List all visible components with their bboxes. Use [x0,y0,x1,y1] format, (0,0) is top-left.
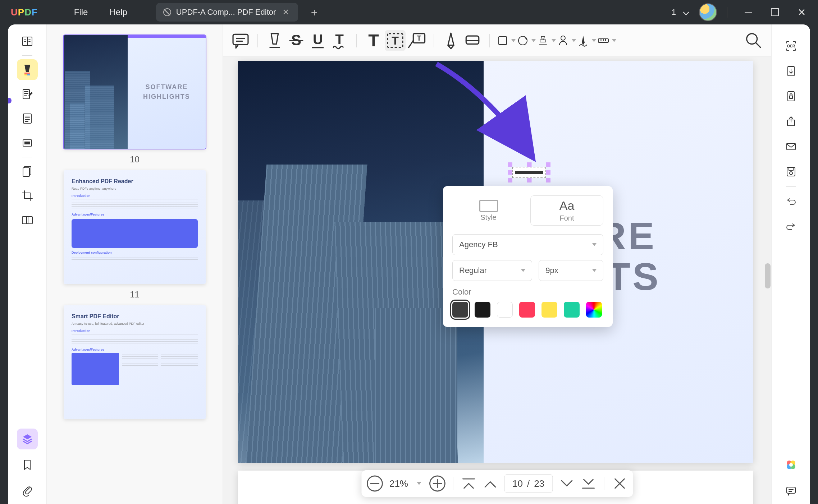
zoom-in-button[interactable] [427,473,448,494]
color-picker-button[interactable] [586,302,602,318]
svg-rect-4 [23,89,29,99]
sticker-tool[interactable] [516,34,536,47]
edit-pdf-tool[interactable] [17,84,38,105]
resize-handle[interactable] [527,178,531,182]
chevron-down-icon [572,39,576,42]
share-tool[interactable] [781,111,801,132]
font-size-select[interactable]: 9px [539,260,603,281]
thumb-section: Deployment configuration [72,251,198,254]
callout-tool[interactable]: T [406,30,427,51]
attachment-tool[interactable] [17,480,38,501]
comment-tool[interactable] [230,30,251,51]
save-tool[interactable] [781,161,801,182]
page-tools[interactable] [17,161,38,182]
thumbnail-panel[interactable]: SOFTWAREHIGHLIGHTS 10 Enhanced PDF Reade… [47,24,223,504]
left-tool-rail [8,24,47,504]
app-logo: UPDF [0,7,49,18]
highlight-tool[interactable] [264,30,285,51]
zoom-out-button[interactable] [364,473,385,494]
redo-button[interactable] [781,216,801,237]
resize-handle[interactable] [546,162,550,167]
pencil-tool[interactable] [440,30,461,51]
new-tab-button[interactable]: ＋ [298,5,330,20]
color-swatch[interactable] [519,302,535,318]
ocr-tool[interactable]: OCR [781,36,801,56]
convert-tool[interactable] [781,61,801,82]
undo-button[interactable] [781,191,801,212]
page-canvas[interactable]: TWARE LIGHTS [223,57,771,504]
notification-count[interactable]: 1 [669,8,679,17]
user-avatar[interactable] [699,3,717,21]
separator [786,31,796,31]
thumb-section: Advantages/Features [72,213,198,216]
resize-handle[interactable] [546,178,550,182]
window-minimize-button[interactable] [737,3,759,21]
eraser-tool[interactable] [462,30,483,51]
resize-handle[interactable] [527,162,531,167]
highlighter-tool[interactable] [17,59,38,80]
sign-tool[interactable] [577,34,596,47]
color-swatch[interactable] [497,302,513,318]
underline-tool[interactable]: U [307,30,328,51]
text-tool[interactable]: T [363,30,384,51]
window-maximize-button[interactable] [764,3,786,21]
measure-tool[interactable] [597,34,616,47]
font-popover: Style Aa Font Agency FB Regular [443,186,613,327]
close-footer-button[interactable] [609,473,630,494]
popover-tab-font[interactable]: Aa Font [530,195,603,226]
thumbnail-item[interactable]: Enhanced PDF Reader Read PDFs anytime, a… [64,170,206,300]
zoom-level-dropdown[interactable]: 21% [386,478,426,489]
resize-handle[interactable] [546,170,550,175]
resize-handle[interactable] [508,162,512,167]
resize-handle[interactable] [508,170,512,175]
document-tab[interactable]: UPDF-A Comp... PDF Editor ✕ [156,3,298,22]
layers-tool[interactable] [17,429,38,449]
redact-tool[interactable] [17,133,38,153]
ai-assistant-button[interactable] [781,454,801,475]
color-swatch[interactable] [475,302,490,318]
color-swatch[interactable] [564,302,580,318]
first-page-button[interactable] [458,473,479,494]
prev-page-button[interactable] [480,473,501,494]
page-input[interactable]: 10 / 23 [504,474,553,493]
close-tab-icon[interactable]: ✕ [281,7,291,17]
crop-tool[interactable] [17,185,38,206]
bookmark-tool[interactable] [17,454,38,475]
textbox-tool[interactable]: T [385,30,406,51]
protect-tool[interactable] [781,86,801,107]
thumb-section: Introduction [72,329,198,333]
squiggly-tool[interactable]: T [329,30,350,51]
shape-tool[interactable] [496,34,516,47]
menu-help[interactable]: Help [99,7,138,17]
color-swatch[interactable] [452,302,468,318]
stamp-tool[interactable] [536,34,556,47]
svg-text:T: T [368,31,379,50]
compare-tool[interactable] [17,210,38,231]
thumbnail-item[interactable]: SOFTWAREHIGHLIGHTS 10 [64,35,206,165]
strikethrough-tool[interactable]: S [286,30,307,51]
popover-tab-style[interactable]: Style [452,195,525,226]
menu-file[interactable]: File [63,7,99,17]
next-page-button[interactable] [556,473,577,494]
reader-tool[interactable] [17,31,38,52]
resize-handle[interactable] [508,178,512,182]
thumbnail-item[interactable]: Smart PDF Editor An easy-to-use, full-fe… [64,305,206,419]
organize-pages-tool[interactable] [17,108,38,129]
active-indicator-dot [8,98,12,103]
font-weight-select[interactable]: Regular [452,260,532,281]
svg-rect-9 [23,168,29,176]
color-swatch[interactable] [541,302,557,318]
search-button[interactable] [743,30,764,51]
thumb-text: HIGHLIGHTS [143,93,190,100]
chevron-down-icon[interactable] [683,9,689,15]
separator [604,477,604,490]
textbox-selection[interactable] [508,163,550,182]
signature-tool[interactable] [557,34,576,47]
title-bar: UPDF File Help UPDF-A Comp... PDF Editor… [0,0,818,24]
font-family-select[interactable]: Agency FB [452,234,603,255]
email-tool[interactable] [781,136,801,157]
vertical-scrollbar[interactable] [765,263,771,288]
chat-button[interactable] [781,480,801,501]
last-page-button[interactable] [578,473,599,494]
window-close-button[interactable]: ✕ [791,3,812,21]
